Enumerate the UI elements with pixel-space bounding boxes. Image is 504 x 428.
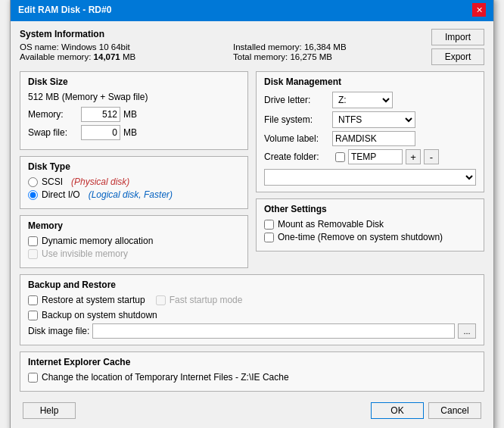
export-button[interactable]: Export <box>431 48 484 65</box>
other-settings-label: Other Settings <box>264 204 476 214</box>
memory-row: Memory: MB <box>28 107 240 122</box>
right-column: Disk Management Drive letter: Z: Y: X: F… <box>256 71 484 274</box>
file-system-label: File system: <box>264 114 332 125</box>
disk-image-input[interactable] <box>92 323 455 339</box>
swap-input[interactable] <box>81 125 120 140</box>
fast-startup-row: Fast startup mode <box>156 295 243 305</box>
restore-label: Restore at system startup <box>42 295 145 305</box>
one-time-row: One-time (Remove on system shutdown) <box>264 232 476 242</box>
close-button[interactable]: ✕ <box>472 3 486 17</box>
left-column: Disk Size 512 MB (Memory + Swap file) Me… <box>20 71 248 274</box>
dialog-title: Edit RAM Disk - RD#0 <box>18 5 111 15</box>
available-memory: Available memory: 14,071 MB <box>20 52 218 61</box>
ie-cache-label: Internet Explorer Cache <box>28 357 476 367</box>
available-memory-unit: MB <box>123 52 135 61</box>
folder-name-input[interactable] <box>348 149 403 164</box>
help-button[interactable]: Help <box>23 402 76 419</box>
fast-startup-label: Fast startup mode <box>170 295 243 305</box>
disk-image-label: Disk image file: <box>28 326 89 336</box>
invisible-row: Use invisible memory <box>28 248 240 259</box>
title-bar: Edit RAM Disk - RD#0 ✕ <box>11 0 493 21</box>
remove-folder-button[interactable]: - <box>424 149 439 164</box>
create-folder-checkbox[interactable] <box>335 152 345 162</box>
scsi-row: SCSI (Physical disk) <box>28 177 240 187</box>
direct-label: Direct I/O <box>42 189 80 200</box>
create-folder-row: Create folder: + - <box>264 149 476 164</box>
main-sections: Disk Size 512 MB (Memory + Swap file) Me… <box>20 71 484 274</box>
available-memory-value: 14,071 <box>94 52 120 61</box>
file-system-select[interactable]: NTFS FAT32 FAT <box>332 111 415 128</box>
invisible-checkbox[interactable] <box>28 249 38 259</box>
memory-field-label: Memory: <box>28 109 81 120</box>
removable-row: Mount as Removable Disk <box>264 219 476 230</box>
ie-cache-checkbox[interactable] <box>28 373 38 383</box>
ok-button[interactable]: OK <box>371 402 424 419</box>
scsi-label: SCSI <box>42 177 63 187</box>
removable-label: Mount as Removable Disk <box>278 219 384 230</box>
direct-italic: (Logical disk, Faster) <box>89 189 173 200</box>
create-folder-label: Create folder: <box>264 152 332 162</box>
direct-row: Direct I/O (Logical disk, Faster) <box>28 189 240 200</box>
scsi-italic: (Physical disk) <box>71 177 129 187</box>
scsi-radio[interactable] <box>28 177 38 187</box>
fast-startup-checkbox[interactable] <box>156 295 166 305</box>
backup-row1: Restore at system startup Fast startup m… <box>28 295 476 308</box>
dynamic-checkbox[interactable] <box>28 236 38 246</box>
edit-ramdisk-dialog: Edit RAM Disk - RD#0 ✕ System Informatio… <box>10 0 494 428</box>
backup-section: Backup and Restore Restore at system sta… <box>20 274 484 345</box>
direct-radio[interactable] <box>28 190 38 200</box>
memory-input[interactable] <box>81 107 120 122</box>
volume-label-row: Volume label: <box>264 131 476 146</box>
total-memory: Total memory: 16,275 MB <box>233 52 431 61</box>
invisible-label: Use invisible memory <box>42 248 128 259</box>
system-info-title: System Information <box>20 29 431 39</box>
disk-management-section: Disk Management Drive letter: Z: Y: X: F… <box>256 71 484 192</box>
memory-section: Memory Dynamic memory allocation Use inv… <box>20 215 248 268</box>
cancel-button[interactable]: Cancel <box>428 402 481 419</box>
disk-management-label: Disk Management <box>264 77 476 87</box>
backup-row2: Backup on system shutdown <box>28 310 476 320</box>
one-time-checkbox[interactable] <box>264 233 274 242</box>
add-folder-button[interactable]: + <box>406 149 421 164</box>
other-settings-section: Other Settings Mount as Removable Disk O… <box>256 198 484 251</box>
disk-image-row: Disk image file: ... <box>28 323 476 339</box>
removable-checkbox[interactable] <box>264 220 274 230</box>
backup-label: Backup and Restore <box>28 280 476 290</box>
import-button[interactable]: Import <box>431 29 484 45</box>
installed-memory: Installed memory: 16,384 MB <box>233 42 431 52</box>
file-system-row: File system: NTFS FAT32 FAT <box>264 111 476 128</box>
swap-row: Swap file: MB <box>28 125 240 140</box>
browse-button[interactable]: ... <box>458 323 476 339</box>
disk-size-label: Disk Size <box>28 77 240 87</box>
disk-size-section: Disk Size 512 MB (Memory + Swap file) Me… <box>20 71 248 150</box>
ie-cache-row: Change the location of Temporary Interne… <box>28 372 476 383</box>
swap-unit: MB <box>123 127 137 138</box>
volume-input[interactable] <box>332 131 415 146</box>
ok-cancel-group: OK Cancel <box>371 402 481 419</box>
disk-type-section: Disk Type SCSI (Physical disk) Direct I/… <box>20 156 248 209</box>
backup-checkbox[interactable] <box>28 311 38 320</box>
dialog-body: System Information OS name: Windows 10 6… <box>11 21 493 428</box>
dynamic-row: Dynamic memory allocation <box>28 236 240 246</box>
restore-row: Restore at system startup <box>28 295 145 305</box>
disk-size-note: 512 MB (Memory + Swap file) <box>28 92 240 102</box>
os-name: OS name: Windows 10 64bit <box>20 42 218 52</box>
drive-letter-select[interactable]: Z: Y: X: <box>332 92 393 108</box>
disk-type-label: Disk Type <box>28 161 240 172</box>
folder-dropdown[interactable] <box>264 169 476 186</box>
ie-cache-change-label: Change the location of Temporary Interne… <box>42 372 289 383</box>
volume-label-label: Volume label: <box>264 133 332 144</box>
swap-field-label: Swap file: <box>28 127 81 138</box>
drive-letter-label: Drive letter: <box>264 95 332 105</box>
ie-cache-section: Internet Explorer Cache Change the locat… <box>20 351 484 392</box>
available-memory-label: Available memory: <box>20 52 91 61</box>
bottom-buttons: Help OK Cancel <box>20 398 484 422</box>
restore-checkbox[interactable] <box>28 295 38 305</box>
system-info-section: System Information OS name: Windows 10 6… <box>20 29 431 61</box>
memory-unit: MB <box>123 109 137 120</box>
memory-section-label: Memory <box>28 220 240 231</box>
drive-letter-row: Drive letter: Z: Y: X: <box>264 92 476 108</box>
top-row: System Information OS name: Windows 10 6… <box>20 29 484 65</box>
dynamic-label: Dynamic memory allocation <box>42 236 153 246</box>
one-time-label: One-time (Remove on system shutdown) <box>278 232 443 242</box>
